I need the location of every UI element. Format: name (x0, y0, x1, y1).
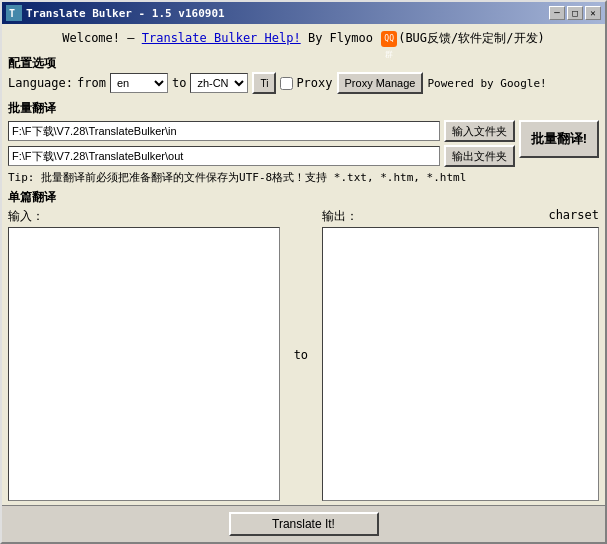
language-label: Language: (8, 76, 73, 90)
welcome-text: Welcome! – (62, 31, 141, 45)
by-text: By Flymoo (301, 31, 380, 45)
batch-output-row: 输出文件夹 (8, 145, 515, 167)
batch-path-col: 输入文件夹 输出文件夹 (8, 120, 515, 167)
single-section: 单篇翻译 输入： to 输出： charset (8, 189, 599, 501)
app-icon: T (6, 5, 22, 21)
single-input-textarea[interactable] (8, 227, 280, 501)
header-bar: Welcome! – Translate Bulker Help! By Fly… (8, 28, 599, 49)
proxy-checkbox[interactable] (280, 77, 293, 90)
window-title: Translate Bulker - 1.5 v160901 (26, 7, 549, 20)
output-col-label: 输出： (322, 208, 358, 225)
middle-col: to (286, 208, 316, 501)
batch-inputs-area: 输入文件夹 输出文件夹 批量翻译! (8, 120, 599, 167)
proxy-manage-button[interactable]: Proxy Manage (337, 72, 424, 94)
svg-text:T: T (9, 8, 15, 19)
main-window: T Translate Bulker - 1.5 v160901 ─ □ ✕ W… (0, 0, 607, 544)
proxy-label: Proxy (296, 76, 332, 90)
batch-label: 批量翻译 (8, 100, 599, 117)
batch-tip: Tip: 批量翻译前必须把准备翻译的文件保存为UTF-8格式！支持 *.txt,… (8, 170, 599, 185)
batch-translate-button[interactable]: 批量翻译! (519, 120, 599, 158)
to-label: to (172, 76, 186, 90)
config-label: 配置选项 (8, 55, 599, 72)
bottom-bar: Translate It! (2, 505, 605, 542)
from-label: from (77, 76, 106, 90)
close-button[interactable]: ✕ (585, 6, 601, 20)
help-link[interactable]: Translate Bulker Help! (142, 31, 301, 45)
minimize-button[interactable]: ─ (549, 6, 565, 20)
title-bar: T Translate Bulker - 1.5 v160901 ─ □ ✕ (2, 2, 605, 24)
maximize-button[interactable]: □ (567, 6, 583, 20)
to-language-select[interactable]: zh-CN en ja (190, 73, 248, 93)
charset-label: charset (548, 208, 599, 225)
single-output-textarea[interactable] (322, 227, 599, 501)
powered-text: Powered by Google! (427, 77, 546, 90)
translate-it-button[interactable]: Translate It! (229, 512, 379, 536)
input-folder-button[interactable]: 输入文件夹 (444, 120, 515, 142)
input-col: 输入： (8, 208, 280, 501)
from-language-select[interactable]: en zh-CN auto ja (110, 73, 168, 93)
output-folder-button[interactable]: 输出文件夹 (444, 145, 515, 167)
translate-area: 输入： to 输出： charset (8, 208, 599, 501)
config-section: 配置选项 Language: from en zh-CN auto ja to … (8, 53, 599, 94)
config-row: Language: from en zh-CN auto ja to zh-CN… (8, 72, 599, 94)
single-label: 单篇翻译 (8, 189, 599, 206)
input-col-label: 输入： (8, 208, 280, 225)
batch-section: 批量翻译 输入文件夹 输出文件夹 批量翻译! Tip: 批量翻译前必须把准备翻译… (8, 98, 599, 185)
output-path-field[interactable] (8, 146, 440, 166)
output-header: 输出： charset (322, 208, 599, 225)
main-content: Welcome! – Translate Bulker Help! By Fly… (2, 24, 605, 505)
title-bar-buttons: ─ □ ✕ (549, 6, 601, 20)
to-middle-label: to (294, 348, 308, 362)
ti-button[interactable]: Ti (252, 72, 276, 94)
input-path-field[interactable] (8, 121, 440, 141)
proxy-checkbox-area: Proxy (280, 76, 332, 90)
bug-text: (BUG反馈/软件定制/开发) (398, 31, 545, 45)
output-col: 输出： charset (322, 208, 599, 501)
batch-input-row: 输入文件夹 (8, 120, 515, 142)
qq-icon: QQ群 (381, 31, 397, 47)
